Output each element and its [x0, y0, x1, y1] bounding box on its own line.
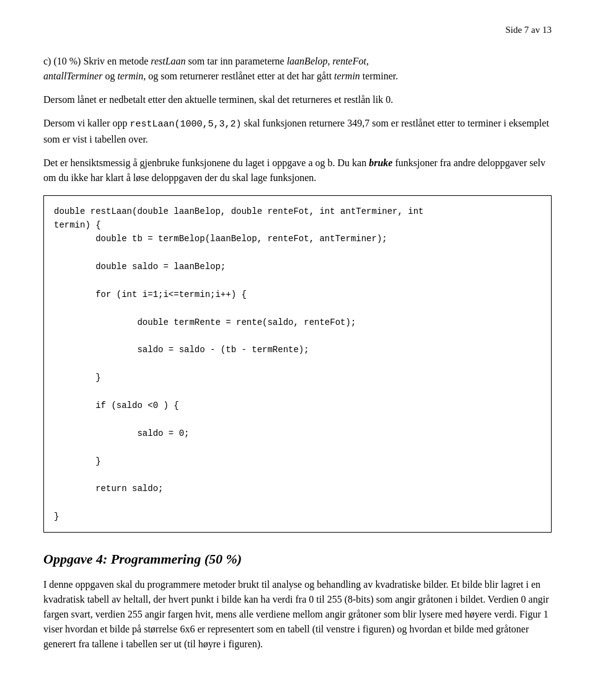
param1: laanBelop, renteFot,: [287, 56, 369, 66]
section4-heading: Oppgave 4: Programmering (50 %): [43, 551, 552, 567]
section-c-text3: og: [102, 71, 117, 81]
paragraph3: Det er hensiktsmessig å gjenbruke funksj…: [43, 156, 552, 185]
section-c: c) (10 %) Skriv en metode restLaan som t…: [43, 54, 552, 533]
paragraph1: Dersom lånet er nedbetalt etter den aktu…: [43, 92, 552, 107]
param2: antallTerminer: [43, 71, 102, 81]
paragraph2-pre: Dersom vi kaller opp: [43, 118, 130, 128]
method-name: restLaan: [151, 56, 185, 66]
param4: termin: [334, 71, 360, 81]
paragraph3-bold: bruke: [369, 157, 392, 168]
section4-paragraph1: I denne oppgaven skal du programmere met…: [43, 577, 552, 652]
paragraph2: Dersom vi kaller opp restLaan(1000,5,3,2…: [43, 116, 552, 147]
section-c-text5: terminer.: [360, 71, 398, 81]
section-c-text1: som tar inn parameterne: [186, 56, 287, 66]
paragraph2-code: restLaan(1000,5,3,2): [130, 119, 242, 130]
page-header: Side 7 av 13: [43, 25, 552, 35]
section-c-intro-text: (10 %) Skriv en metode: [53, 56, 151, 66]
paragraph3-text: Det er hensiktsmessig å gjenbruke funksj…: [43, 157, 369, 168]
code-block: double restLaan(double laanBelop, double…: [43, 195, 552, 533]
section-c-text4: , og som returnerer restlånet etter at d…: [143, 71, 334, 81]
param3: termin: [117, 71, 143, 81]
section-c-intro: c) (10 %) Skriv en metode restLaan som t…: [43, 54, 552, 84]
page-number: Side 7 av 13: [505, 25, 552, 35]
section-c-label: c): [43, 56, 51, 66]
